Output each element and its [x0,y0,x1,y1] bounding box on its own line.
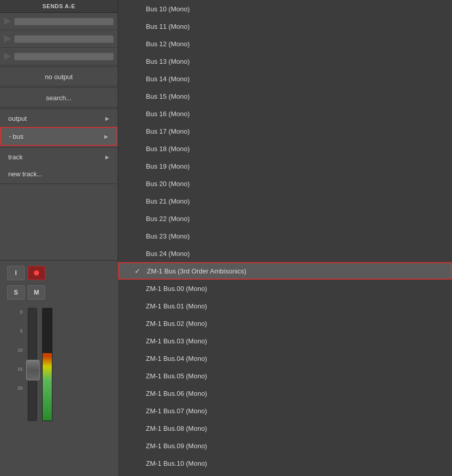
bus-item-label: Bus 11 (Mono) [146,23,190,30]
fader-thumb[interactable] [26,360,40,380]
bus-list-item[interactable]: Bus 17 (Mono) [118,122,452,140]
bus-item-label: ZM-1 Bus.01 (Mono) [146,302,207,310]
mute-button-label: M [34,289,39,296]
bus-item-label: Bus 21 (Mono) [146,197,190,205]
sends-header: SENDS A-E [0,0,118,13]
bottom-controls: I S M 0 5 10 15 20 [0,260,118,476]
bus-list-item[interactable]: Bus 12 (Mono) [118,35,452,52]
divider-4 [0,147,118,148]
send-arrow-a [4,18,11,25]
db-10: 10 [17,348,23,353]
db-scale: 0 5 10 15 20 [7,308,23,405]
bus-item-label: ZM-1 Bus.03 (Mono) [146,337,207,345]
output-label: output [8,115,27,122]
bus-item-label: Bus 10 (Mono) [146,5,190,13]
record-icon [34,270,39,276]
bus-list-item[interactable]: Bus 16 (Mono) [118,105,452,122]
bus-list-item[interactable]: Bus 18 (Mono) [118,140,452,157]
bus-item-label: Bus 13 (Mono) [146,58,190,65]
bus-item-label: Bus 22 (Mono) [146,215,190,223]
new-track-menu-item[interactable]: new track... [0,166,118,182]
bus-list-item[interactable]: Bus 24 (Mono) [118,245,452,262]
bus-item-label: Bus 19 (Mono) [146,162,190,170]
bus-list-item[interactable]: Bus 13 (Mono) [118,52,452,70]
bus-list-item[interactable]: ZM-1 Bus.06 (Mono) [118,385,452,402]
bus-list-item[interactable]: Bus 14 (Mono) [118,70,452,87]
bus-item-label: Bus 17 (Mono) [146,127,190,135]
bus-list-item[interactable]: ZM-1 Bus.04 (Mono) [118,350,452,367]
check-mark-icon: ✓ [135,267,142,275]
input-button-label: I [15,269,16,277]
send-slot-a [0,13,118,30]
divider-1 [0,66,118,67]
bus-item-label: Bus 24 (Mono) [146,250,190,258]
send-slot-c [0,48,118,65]
bus-item-label: ZM-1 Bus.08 (Mono) [146,425,207,432]
bus-item-label: Bus 20 (Mono) [146,180,190,188]
bus-list-item[interactable]: ZM-1 Bus.10 (Mono) [118,454,452,472]
bus-item-label: ZM-1 Bus.05 (Mono) [146,372,207,380]
input-button[interactable]: I [7,266,25,280]
no-output-label: no output [45,73,72,81]
bus-item-label: ZM-1 Bus.04 (Mono) [146,355,207,362]
bus-list-item[interactable]: ZM-1 Bus.07 (Mono) [118,402,452,419]
output-menu-item[interactable]: output ▶ [0,110,118,127]
solo-button-label: S [14,289,18,296]
left-panel: SENDS A-E no output search... output ▶ •… [0,0,118,476]
solo-button[interactable]: S [7,285,25,300]
send-bar-b [14,35,114,43]
bus-list-item[interactable]: ZM-1 Bus.05 (Mono) [118,367,452,385]
bus-item-label: ZM-1 Bus.07 (Mono) [146,407,207,415]
divider-5 [0,184,118,184]
track-menu-item[interactable]: track ▶ [0,149,118,166]
bus-item-label: ZM-1 Bus.10 (Mono) [146,460,207,467]
bus-menu-item[interactable]: • bus ▶ [0,127,118,146]
mute-button[interactable]: M [28,285,45,300]
bus-bullet-icon: • [9,134,11,139]
bus-list-item[interactable]: ✓ZM-1 Bus (3rd Order Ambisonics) [118,262,452,280]
record-button[interactable] [28,266,45,280]
bus-list-item[interactable]: Bus 21 (Mono) [118,192,452,210]
fader-track[interactable] [28,308,37,421]
bus-list-item[interactable]: Bus 19 (Mono) [118,157,452,175]
bus-item-label: ZM-1 Bus.06 (Mono) [146,390,207,397]
bus-list-item[interactable]: ZM-1 Bus.00 (Mono) [118,280,452,297]
level-meter [42,308,52,421]
bus-item-label: Bus 14 (Mono) [146,75,190,83]
bus-item-label: ZM-1 Bus (3rd Order Ambisonics) [147,267,247,275]
bus-list-item[interactable]: Bus 11 (Mono) [118,17,452,35]
search-item[interactable]: search... [0,89,118,107]
send-arrow-b [4,35,11,43]
bus-label: bus [13,133,24,140]
bus-list-item[interactable]: ZM-1 Bus.01 (Mono) [118,297,452,315]
bus-list-item[interactable]: ZM-1 Bus.02 (Mono) [118,315,452,332]
bus-item-label: Bus 23 (Mono) [146,232,190,240]
db-5: 5 [20,329,23,334]
output-chevron-icon: ▶ [105,116,109,121]
bus-dropdown-list: Bus 10 (Mono)Bus 11 (Mono)Bus 12 (Mono)B… [118,0,452,476]
track-label: track [8,153,23,161]
new-track-label: new track... [8,170,42,178]
bus-list-item[interactable]: Bus 22 (Mono) [118,210,452,227]
bus-list-item[interactable]: ZM-1 Bus.03 (Mono) [118,332,452,350]
bus-list-item[interactable]: ZM-1 Bus.08 (Mono) [118,419,452,437]
fader-section: 0 5 10 15 20 [0,305,118,424]
bus-list-item[interactable]: Bus 23 (Mono) [118,227,452,245]
bus-list-item[interactable]: Bus 20 (Mono) [118,175,452,192]
bus-item-label: Bus 18 (Mono) [146,145,190,153]
db-20: 20 [17,386,23,391]
bus-item-label: Bus 15 (Mono) [146,93,190,100]
send-bar-a [14,18,114,25]
divider-2 [0,87,118,88]
send-slot-b [0,30,118,48]
bus-list-item[interactable]: Bus 10 (Mono) [118,0,452,17]
meter-fill [43,353,52,420]
send-arrow-c [4,53,11,60]
bus-chevron-icon: ▶ [104,134,108,139]
bus-list-item[interactable]: ZM-1 Bus.09 (Mono) [118,437,452,454]
bus-item-label: Bus 12 (Mono) [146,40,190,48]
bus-item-label: Bus 16 (Mono) [146,110,190,118]
bus-list-item[interactable]: Bus 15 (Mono) [118,87,452,105]
no-output-item[interactable]: no output [0,68,118,86]
sends-title: SENDS A-E [43,3,76,9]
